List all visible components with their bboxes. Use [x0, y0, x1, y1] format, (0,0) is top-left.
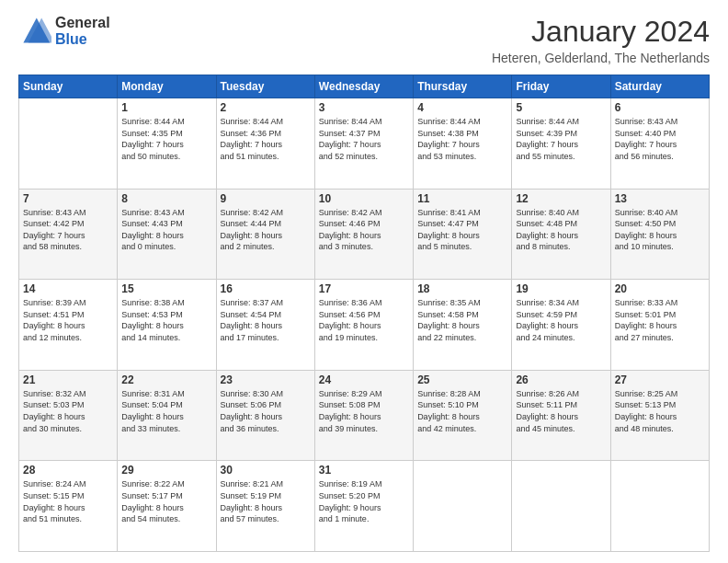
day-number: 22 [121, 373, 211, 386]
calendar-day: 17Sunrise: 8:36 AM Sunset: 4:56 PM Dayli… [314, 280, 413, 371]
calendar-day [512, 461, 610, 552]
day-info: Sunrise: 8:19 AM Sunset: 5:20 PM Dayligh… [319, 478, 409, 524]
calendar-day: 4Sunrise: 8:44 AM Sunset: 4:38 PM Daylig… [414, 98, 512, 190]
day-number: 2 [221, 101, 311, 114]
calendar-day: 13Sunrise: 8:40 AM Sunset: 4:50 PM Dayli… [610, 189, 709, 280]
day-number: 15 [121, 282, 211, 295]
calendar-week-3: 21Sunrise: 8:32 AM Sunset: 5:03 PM Dayli… [19, 370, 710, 461]
col-sunday: Sunday [19, 75, 118, 98]
calendar-day: 16Sunrise: 8:37 AM Sunset: 4:54 PM Dayli… [216, 280, 314, 371]
calendar-day: 20Sunrise: 8:33 AM Sunset: 5:01 PM Dayli… [610, 280, 709, 371]
day-number: 13 [615, 192, 705, 205]
calendar-day: 26Sunrise: 8:26 AM Sunset: 5:11 PM Dayli… [512, 370, 610, 461]
calendar-table: Sunday Monday Tuesday Wednesday Thursday… [18, 75, 710, 552]
day-number: 25 [417, 373, 507, 386]
day-info: Sunrise: 8:29 AM Sunset: 5:08 PM Dayligh… [319, 388, 409, 434]
calendar-day: 25Sunrise: 8:28 AM Sunset: 5:10 PM Dayli… [414, 370, 512, 461]
day-number: 28 [23, 464, 113, 477]
calendar-day [19, 98, 118, 190]
calendar-day: 22Sunrise: 8:31 AM Sunset: 5:04 PM Dayli… [118, 370, 216, 461]
day-number: 26 [516, 373, 606, 386]
day-number: 20 [615, 282, 705, 295]
logo: General Blue [18, 15, 110, 48]
day-info: Sunrise: 8:36 AM Sunset: 4:56 PM Dayligh… [319, 297, 409, 343]
day-info: Sunrise: 8:22 AM Sunset: 5:17 PM Dayligh… [121, 478, 211, 524]
calendar-day: 6Sunrise: 8:43 AM Sunset: 4:40 PM Daylig… [610, 98, 709, 190]
day-info: Sunrise: 8:42 AM Sunset: 4:44 PM Dayligh… [221, 207, 311, 253]
calendar-day: 28Sunrise: 8:24 AM Sunset: 5:15 PM Dayli… [19, 461, 118, 552]
day-info: Sunrise: 8:42 AM Sunset: 4:46 PM Dayligh… [319, 207, 409, 253]
day-info: Sunrise: 8:44 AM Sunset: 4:35 PM Dayligh… [121, 116, 211, 162]
calendar-day: 3Sunrise: 8:44 AM Sunset: 4:37 PM Daylig… [314, 98, 413, 190]
day-info: Sunrise: 8:40 AM Sunset: 4:48 PM Dayligh… [516, 207, 606, 253]
calendar-header-row: Sunday Monday Tuesday Wednesday Thursday… [19, 75, 710, 98]
day-info: Sunrise: 8:44 AM Sunset: 4:37 PM Dayligh… [319, 116, 409, 162]
day-number: 19 [516, 282, 606, 295]
day-number: 6 [615, 101, 705, 114]
col-wednesday: Wednesday [314, 75, 413, 98]
header: General Blue January 2024 Heteren, Gelde… [18, 15, 710, 65]
calendar-day: 30Sunrise: 8:21 AM Sunset: 5:19 PM Dayli… [216, 461, 314, 552]
logo-text: General Blue [55, 15, 110, 48]
calendar-day: 11Sunrise: 8:41 AM Sunset: 4:47 PM Dayli… [414, 189, 512, 280]
day-info: Sunrise: 8:44 AM Sunset: 4:38 PM Dayligh… [417, 116, 507, 162]
col-thursday: Thursday [414, 75, 512, 98]
calendar-week-2: 14Sunrise: 8:39 AM Sunset: 4:51 PM Dayli… [19, 280, 710, 371]
day-info: Sunrise: 8:26 AM Sunset: 5:11 PM Dayligh… [516, 388, 606, 434]
day-info: Sunrise: 8:34 AM Sunset: 4:59 PM Dayligh… [516, 297, 606, 343]
day-number: 7 [23, 192, 113, 205]
col-tuesday: Tuesday [216, 75, 314, 98]
day-info: Sunrise: 8:41 AM Sunset: 4:47 PM Dayligh… [417, 207, 507, 253]
calendar-day: 12Sunrise: 8:40 AM Sunset: 4:48 PM Dayli… [512, 189, 610, 280]
page: General Blue January 2024 Heteren, Gelde… [0, 0, 728, 563]
calendar-day: 24Sunrise: 8:29 AM Sunset: 5:08 PM Dayli… [314, 370, 413, 461]
day-info: Sunrise: 8:25 AM Sunset: 5:13 PM Dayligh… [615, 388, 705, 434]
day-number: 27 [615, 373, 705, 386]
calendar-day: 5Sunrise: 8:44 AM Sunset: 4:39 PM Daylig… [512, 98, 610, 190]
day-info: Sunrise: 8:39 AM Sunset: 4:51 PM Dayligh… [23, 297, 113, 343]
day-info: Sunrise: 8:21 AM Sunset: 5:19 PM Dayligh… [221, 478, 311, 524]
calendar-day [414, 461, 512, 552]
day-number: 18 [417, 282, 507, 295]
day-number: 1 [121, 101, 211, 114]
day-number: 10 [319, 192, 409, 205]
day-info: Sunrise: 8:33 AM Sunset: 5:01 PM Dayligh… [615, 297, 705, 343]
day-info: Sunrise: 8:24 AM Sunset: 5:15 PM Dayligh… [23, 478, 113, 524]
day-info: Sunrise: 8:40 AM Sunset: 4:50 PM Dayligh… [615, 207, 705, 253]
day-number: 3 [319, 101, 409, 114]
day-info: Sunrise: 8:30 AM Sunset: 5:06 PM Dayligh… [221, 388, 311, 434]
day-number: 31 [319, 464, 409, 477]
calendar-day: 2Sunrise: 8:44 AM Sunset: 4:36 PM Daylig… [216, 98, 314, 190]
day-number: 12 [516, 192, 606, 205]
day-info: Sunrise: 8:43 AM Sunset: 4:42 PM Dayligh… [23, 207, 113, 253]
day-number: 5 [516, 101, 606, 114]
day-number: 21 [23, 373, 113, 386]
day-info: Sunrise: 8:31 AM Sunset: 5:04 PM Dayligh… [121, 388, 211, 434]
day-info: Sunrise: 8:43 AM Sunset: 4:40 PM Dayligh… [615, 116, 705, 162]
day-number: 29 [121, 464, 211, 477]
day-info: Sunrise: 8:37 AM Sunset: 4:54 PM Dayligh… [221, 297, 311, 343]
calendar-day: 14Sunrise: 8:39 AM Sunset: 4:51 PM Dayli… [19, 280, 118, 371]
calendar-day: 21Sunrise: 8:32 AM Sunset: 5:03 PM Dayli… [19, 370, 118, 461]
day-number: 14 [23, 282, 113, 295]
day-info: Sunrise: 8:44 AM Sunset: 4:39 PM Dayligh… [516, 116, 606, 162]
day-number: 8 [121, 192, 211, 205]
calendar-day: 1Sunrise: 8:44 AM Sunset: 4:35 PM Daylig… [118, 98, 216, 190]
calendar-day: 29Sunrise: 8:22 AM Sunset: 5:17 PM Dayli… [118, 461, 216, 552]
calendar-week-1: 7Sunrise: 8:43 AM Sunset: 4:42 PM Daylig… [19, 189, 710, 280]
day-number: 24 [319, 373, 409, 386]
day-info: Sunrise: 8:44 AM Sunset: 4:36 PM Dayligh… [221, 116, 311, 162]
calendar-day: 19Sunrise: 8:34 AM Sunset: 4:59 PM Dayli… [512, 280, 610, 371]
col-friday: Friday [512, 75, 610, 98]
calendar-day: 23Sunrise: 8:30 AM Sunset: 5:06 PM Dayli… [216, 370, 314, 461]
calendar-day: 31Sunrise: 8:19 AM Sunset: 5:20 PM Dayli… [314, 461, 413, 552]
title-area: January 2024 Heteren, Gelderland, The Ne… [492, 15, 710, 65]
day-info: Sunrise: 8:28 AM Sunset: 5:10 PM Dayligh… [417, 388, 507, 434]
calendar-day: 9Sunrise: 8:42 AM Sunset: 4:44 PM Daylig… [216, 189, 314, 280]
day-number: 30 [221, 464, 311, 477]
day-number: 16 [221, 282, 311, 295]
day-number: 11 [417, 192, 507, 205]
day-number: 23 [221, 373, 311, 386]
col-monday: Monday [118, 75, 216, 98]
location: Heteren, Gelderland, The Netherlands [492, 51, 710, 65]
